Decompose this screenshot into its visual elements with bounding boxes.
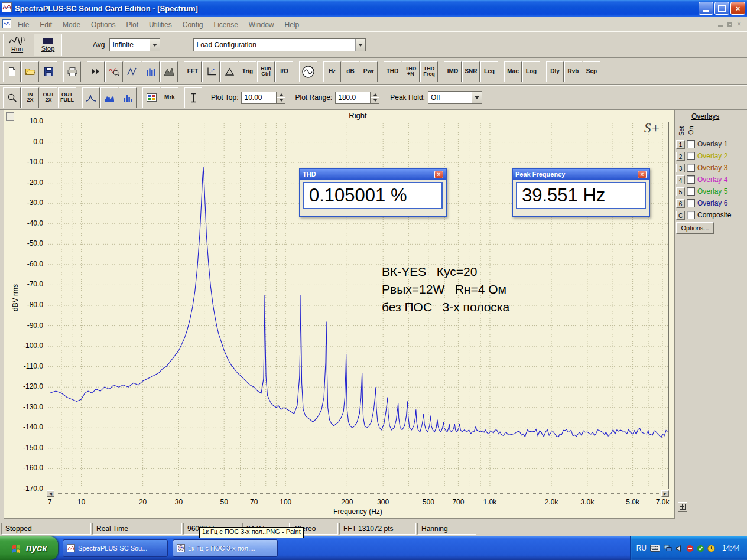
menu-window[interactable]: Window [243,18,280,32]
toolbar-button-cursor[interactable] [184,87,202,108]
toolbar-button-leq[interactable]: Leq [480,61,498,82]
toolbar-button-rvb[interactable]: Rvb [564,61,582,82]
toolbar-button-io[interactable]: I/O [275,61,293,82]
menu-file[interactable]: File [12,18,34,32]
overlay-set-button-5[interactable]: 5 [676,187,685,196]
taskbar-clock[interactable]: 14:44 [722,544,740,552]
minimize-button[interactable] [699,2,713,15]
toolbar-button-scp[interactable]: Scp [583,61,600,82]
overlay-set-button-1[interactable]: 1 [676,140,685,149]
overlay-checkbox-4[interactable] [687,175,695,184]
overlay-checkbox-6[interactable] [687,199,695,207]
menu-utilities[interactable]: Utilities [144,18,177,32]
toolbar-button-wave-zoom[interactable] [105,61,123,82]
run-button[interactable]: Run [3,34,31,56]
plot-top-down-arrow[interactable] [277,97,285,104]
plot-range-down-arrow[interactable] [371,97,379,104]
tray-volume-icon[interactable] [675,545,683,552]
plot-range-up-arrow[interactable] [371,92,379,98]
toolbar-button-pwr[interactable]: Pwr [360,61,378,82]
toolbar-button-thd[interactable]: THD [384,61,401,82]
toolbar-button-fft[interactable]: FFT [184,61,202,82]
taskbar-task-1[interactable]: SpectraPLUS-SC Sou... [63,539,168,557]
toolbar-button-db[interactable]: dB [342,61,359,82]
toolbar-button-mac[interactable]: Mac [504,61,522,82]
toolbar-button-peak-curve[interactable] [82,87,100,108]
load-configuration-dropdown-arrow[interactable] [355,39,365,51]
toolbar-button-fast-forward[interactable] [87,61,105,82]
toolbar-button-log[interactable]: Log [522,61,540,82]
language-indicator[interactable]: RU [636,544,647,552]
scroll-track[interactable] [56,493,660,494]
toolbar-button-open[interactable] [21,61,39,82]
load-configuration-select[interactable]: Load Configuration [193,38,366,51]
overlay-set-button-C[interactable]: C [676,211,685,220]
menu-license[interactable]: License [208,18,243,32]
toolbar-button-dly[interactable]: Dly [546,61,564,82]
toolbar-button-palette[interactable] [142,87,160,108]
overlays-options-button[interactable]: Options... [676,222,714,234]
toolbar-button-surface[interactable] [160,61,178,82]
overlay-set-button-4[interactable]: 4 [676,175,685,184]
overlay-set-button-6[interactable]: 6 [676,199,685,208]
toolbar-button-phase[interactable] [220,61,238,82]
plot-top-input[interactable]: 10.00 [241,92,277,104]
keyboard-icon[interactable] [650,545,660,552]
toolbar-button-waveform[interactable] [124,61,141,82]
plot-h-scrollbar[interactable]: ◀ ▶ [47,490,669,497]
tray-status-icon[interactable] [697,545,704,552]
peak-hold-dropdown-arrow[interactable] [472,92,482,103]
toolbar-button-zoom-out-2x[interactable]: OUT 2X [40,87,57,108]
toolbar-button-zoom[interactable] [3,87,21,108]
toolbar-button-scaling[interactable] [202,61,220,82]
mdi-minimize-button[interactable] [718,20,723,28]
toolbar-button-zoom-out-full[interactable]: OUT FULL [58,87,76,108]
toolbar-button-signal-generator[interactable] [299,61,317,82]
thd-window-close-button[interactable]: × [434,171,443,178]
restore-button[interactable] [714,2,729,15]
overlay-checkbox-C[interactable] [687,211,695,219]
toolbar-button-print[interactable] [63,61,81,82]
tray-network-icon[interactable] [664,544,673,552]
toolbar-button-hz[interactable]: Hz [323,61,341,82]
menu-config[interactable]: Config [177,18,209,32]
toolbar-button-imd[interactable]: IMD [444,61,462,82]
overlay-checkbox-1[interactable] [687,140,695,148]
menu-options[interactable]: Options [86,18,121,32]
toolbar-button-spectrum-fill[interactable] [100,87,118,108]
overlay-checkbox-5[interactable] [687,187,695,196]
scroll-left-arrow[interactable]: ◀ [47,490,54,497]
toolbar-button-trigger[interactable]: Trig [239,61,256,82]
peak-frequency-window-titlebar[interactable]: Peak Frequency × [513,169,649,180]
menu-mode[interactable]: Mode [57,18,86,32]
peak-frequency-window-close-button[interactable]: × [638,171,647,178]
taskbar-task-2[interactable]: 1к Гц с ПОС 3-х пол.... [173,539,278,557]
plot-range-input[interactable]: 180.0 [335,92,371,104]
start-button[interactable]: пуск [0,536,58,560]
close-button[interactable]: × [730,2,745,15]
overlay-checkbox-3[interactable] [687,164,695,172]
toolbar-button-snr[interactable]: SNR [462,61,480,82]
toolbar-button-zoom-in-2x[interactable]: IN 2X [21,87,39,108]
peak-hold-select[interactable]: Off [428,91,482,104]
menu-edit[interactable]: Edit [34,18,57,32]
toolbar-button-marker[interactable]: Mrk [161,87,178,108]
toolbar-button-thd-n[interactable]: THD +N [402,61,420,82]
scroll-right-arrow[interactable]: ▶ [661,490,669,497]
avg-dropdown-arrow[interactable] [150,39,160,51]
toolbar-button-new[interactable] [3,61,21,82]
toolbar-button-spectrum-bars[interactable] [119,87,137,108]
overlay-set-button-3[interactable]: 3 [676,164,685,172]
tray-antivirus-icon[interactable] [686,545,694,552]
menu-help[interactable]: Help [280,18,305,32]
mdi-close-button[interactable]: × [737,20,741,28]
overlay-checkbox-2[interactable] [687,152,695,160]
menu-plot[interactable]: Plot [121,18,144,32]
toolbar-button-thd-freq[interactable]: THD Freq [420,61,438,82]
avg-select[interactable]: Infinite [109,38,160,51]
overlay-set-button-2[interactable]: 2 [676,152,685,161]
expand-button[interactable] [678,502,687,512]
plot-top-up-arrow[interactable] [277,92,285,98]
toolbar-button-save[interactable] [40,61,57,82]
stop-button[interactable]: Stop [34,34,62,56]
